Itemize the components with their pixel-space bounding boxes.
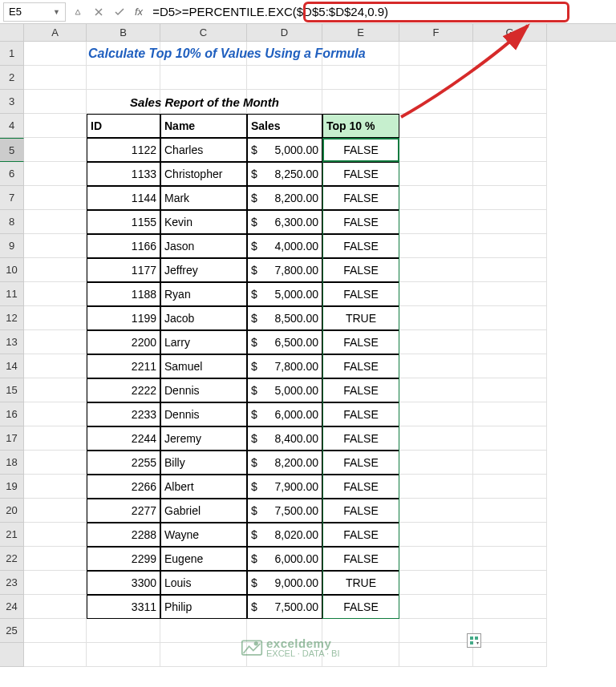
cell[interactable] (24, 330, 87, 354)
table-cell-name[interactable]: Dennis (160, 378, 247, 402)
row-header[interactable]: 9 (0, 234, 24, 258)
cell[interactable] (399, 378, 473, 402)
table-cell-name[interactable]: Dennis (160, 402, 247, 426)
row-header[interactable]: 6 (0, 162, 24, 186)
table-cell-top[interactable]: FALSE (322, 402, 399, 426)
cell[interactable] (399, 451, 473, 475)
table-cell-top[interactable]: FALSE (322, 138, 399, 162)
table-cell-sales[interactable]: $6,500.00 (247, 330, 322, 354)
cell[interactable] (24, 547, 87, 571)
table-cell-id[interactable]: 1155 (87, 210, 160, 234)
cell[interactable] (399, 42, 473, 66)
row-header[interactable]: 5 (0, 138, 24, 162)
table-cell-name[interactable]: Ryan (160, 282, 247, 306)
cell[interactable] (473, 234, 547, 258)
cell[interactable] (473, 499, 547, 523)
cell[interactable] (399, 571, 473, 595)
table-cell-top[interactable]: FALSE (322, 234, 399, 258)
row-header[interactable]: 19 (0, 475, 24, 499)
table-cell-sales[interactable]: $8,200.00 (247, 451, 322, 475)
row-header[interactable]: 13 (0, 330, 24, 354)
row-header[interactable]: 3 (0, 90, 24, 114)
row-header[interactable]: 23 (0, 571, 24, 595)
cell[interactable] (399, 66, 473, 90)
name-box[interactable]: E5 ▼ (3, 2, 66, 22)
cell[interactable] (399, 306, 473, 330)
table-cell-id[interactable]: 1133 (87, 162, 160, 186)
cell[interactable] (473, 475, 547, 499)
cell[interactable] (24, 451, 87, 475)
col-header-f[interactable]: F (399, 24, 473, 41)
cell[interactable] (24, 42, 87, 66)
col-header-b[interactable]: B (87, 24, 160, 41)
table-cell-id[interactable]: 2244 (87, 426, 160, 451)
table-cell-top[interactable]: TRUE (322, 306, 399, 330)
table-cell-top[interactable]: FALSE (322, 186, 399, 210)
row-header[interactable]: 22 (0, 547, 24, 571)
table-cell-id[interactable]: 1144 (87, 186, 160, 210)
cell[interactable] (399, 499, 473, 523)
col-header-g[interactable]: G (473, 24, 547, 41)
col-header-c[interactable]: C (160, 24, 247, 41)
autofill-options-button[interactable] (467, 633, 481, 648)
row-header[interactable] (0, 643, 24, 667)
table-cell-top[interactable]: FALSE (322, 547, 399, 571)
table-cell-sales[interactable]: $8,020.00 (247, 523, 322, 547)
col-header-d[interactable]: D (247, 24, 322, 41)
table-cell-top[interactable]: FALSE (322, 523, 399, 547)
row-header[interactable]: 12 (0, 306, 24, 330)
cell[interactable] (473, 451, 547, 475)
cell[interactable] (473, 643, 547, 667)
row-header[interactable]: 24 (0, 595, 24, 619)
cell[interactable] (473, 42, 547, 66)
cell[interactable] (87, 619, 160, 643)
subtitle[interactable]: Sales Report of the Month (87, 90, 322, 114)
cell[interactable] (399, 619, 473, 643)
cell[interactable] (473, 354, 547, 378)
cell[interactable] (24, 619, 87, 643)
table-cell-sales[interactable]: $8,500.00 (247, 306, 322, 330)
cell[interactable] (24, 378, 87, 402)
row-header[interactable]: 2 (0, 66, 24, 90)
cell[interactable] (399, 354, 473, 378)
cell[interactable] (399, 475, 473, 499)
cell[interactable] (473, 426, 547, 451)
table-cell-name[interactable]: Jeremy (160, 426, 247, 451)
table-cell-top[interactable]: FALSE (322, 258, 399, 282)
table-cell-sales[interactable]: $7,800.00 (247, 258, 322, 282)
cell[interactable] (399, 523, 473, 547)
table-cell-id[interactable]: 1177 (87, 258, 160, 282)
table-cell-sales[interactable]: $7,900.00 (247, 475, 322, 499)
row-header[interactable]: 1 (0, 42, 24, 66)
row-header[interactable]: 14 (0, 354, 24, 378)
cell[interactable] (473, 210, 547, 234)
row-header[interactable]: 7 (0, 186, 24, 210)
cell[interactable] (399, 402, 473, 426)
table-cell-id[interactable]: 2222 (87, 378, 160, 402)
table-cell-sales[interactable]: $6,300.00 (247, 210, 322, 234)
cell[interactable] (473, 90, 547, 114)
cell[interactable] (399, 114, 473, 138)
name-box-dropdown-icon[interactable]: ▼ (53, 8, 60, 16)
page-title[interactable]: Calculate Top 10% of Values Using a Form… (87, 42, 391, 66)
table-cell-id[interactable]: 1166 (87, 234, 160, 258)
table-cell-sales[interactable]: $7,500.00 (247, 595, 322, 619)
table-cell-sales[interactable]: $9,000.00 (247, 571, 322, 595)
row-header[interactable]: 11 (0, 282, 24, 306)
fx-icon[interactable]: fx (135, 6, 143, 18)
cell[interactable] (399, 547, 473, 571)
table-cell-name[interactable]: Wayne (160, 523, 247, 547)
table-cell-id[interactable]: 2211 (87, 354, 160, 378)
table-cell-top[interactable]: FALSE (322, 499, 399, 523)
cell[interactable] (24, 138, 87, 162)
table-cell-sales[interactable]: $8,400.00 (247, 426, 322, 451)
cell[interactable] (473, 547, 547, 571)
cell[interactable] (24, 258, 87, 282)
cell[interactable] (473, 114, 547, 138)
cell[interactable] (24, 571, 87, 595)
table-cell-top[interactable]: FALSE (322, 210, 399, 234)
table-cell-top[interactable]: FALSE (322, 162, 399, 186)
row-header[interactable]: 21 (0, 523, 24, 547)
cell[interactable] (24, 595, 87, 619)
cell[interactable] (24, 306, 87, 330)
